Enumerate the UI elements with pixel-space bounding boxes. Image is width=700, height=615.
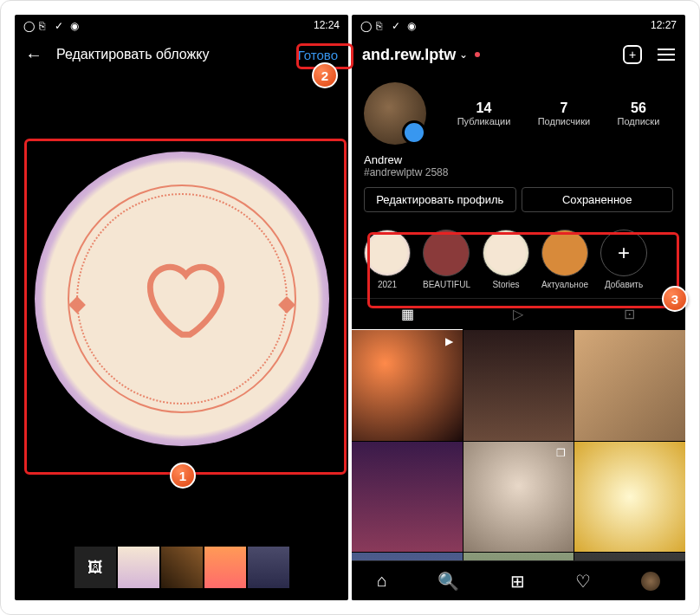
post-6[interactable] — [574, 442, 685, 553]
heart-icon — [130, 251, 234, 346]
gallery-picker-icon[interactable]: 🖼 — [75, 547, 116, 588]
post-4[interactable] — [352, 442, 463, 553]
nav-home-icon[interactable]: ⌂ — [377, 571, 387, 591]
reel-icon: ▶ — [445, 335, 457, 347]
nav-search-icon[interactable]: 🔍 — [438, 571, 459, 592]
thumb-4[interactable] — [248, 547, 289, 588]
profile-tabs: ▦ ▷ ⊡ — [352, 298, 685, 330]
status-icons-left: ◯⎘✓◉ — [23, 20, 81, 30]
status-time: 12:27 — [651, 19, 677, 31]
highlight-stories[interactable]: Stories — [483, 230, 529, 289]
chevron-down-icon[interactable]: ⌄ — [459, 49, 468, 61]
annotation-badge-1: 1 — [170, 463, 196, 489]
post-3[interactable] — [574, 330, 685, 441]
profile-info: 14 Публикации 7 Подписчики 56 Подписки — [352, 74, 685, 153]
tab-reels[interactable]: ▷ — [463, 299, 574, 330]
phone-right-profile: ◯⎘✓◉ 12:27 and.rew.lptw ⌄ + 14 Публикаци… — [352, 15, 685, 600]
post-2[interactable] — [463, 330, 574, 441]
header-title: Редактировать обложку — [56, 47, 209, 62]
thumb-3[interactable] — [204, 547, 246, 588]
annotation-badge-2: 2 — [312, 62, 338, 88]
nav-profile-icon[interactable] — [641, 572, 660, 591]
bio: Andrew #andrewlptw 2588 — [352, 153, 685, 178]
highlight-beautiful[interactable]: BEAUTIFUL — [423, 230, 470, 289]
tab-grid[interactable]: ▦ — [352, 299, 463, 330]
highlights-row: 2021 BEAUTIFUL Stories Актуальное +Добав… — [352, 221, 685, 298]
annotation-badge-3: 3 — [662, 286, 688, 312]
post-5[interactable]: ❐ — [463, 442, 574, 553]
nav-activity-icon[interactable]: ♡ — [575, 571, 591, 592]
create-button[interactable]: + — [623, 45, 642, 64]
edit-cover-header: ← Редактировать обложку Готово — [15, 36, 348, 74]
thumb-1[interactable] — [118, 547, 159, 588]
avatar[interactable] — [364, 82, 426, 145]
back-icon[interactable]: ← — [25, 45, 42, 65]
status-icons-left: ◯⎘✓◉ — [360, 20, 418, 30]
gallery-thumbnails: 🖼 — [75, 547, 289, 588]
username[interactable]: and.rew.lptw — [362, 46, 456, 64]
thumb-2[interactable] — [161, 547, 203, 588]
bottom-nav: ⌂ 🔍 ⊞ ♡ — [352, 560, 685, 600]
stat-followers[interactable]: 7 Подписчики — [538, 100, 591, 126]
stat-following[interactable]: 56 Подписки — [618, 100, 660, 126]
done-button[interactable]: Готово — [298, 48, 338, 62]
stat-posts[interactable]: 14 Публикации — [457, 100, 511, 126]
status-time: 12:24 — [314, 19, 340, 31]
status-bar: ◯⎘✓◉ 12:27 — [352, 15, 685, 36]
highlight-add[interactable]: +Добавить — [600, 230, 647, 289]
multi-icon: ❐ — [556, 447, 568, 459]
highlight-2021[interactable]: 2021 — [364, 230, 411, 289]
bio-sub: #andrewlptw 2588 — [364, 166, 673, 178]
highlight-aktualnoe[interactable]: Актуальное — [541, 230, 588, 289]
notification-dot — [475, 52, 480, 57]
edit-profile-button[interactable]: Редактировать профиль — [364, 187, 516, 212]
bio-name: Andrew — [364, 153, 673, 166]
cover-preview[interactable] — [15, 91, 348, 507]
phone-left-edit-cover: ◯⎘✓◉ 12:24 ← Редактировать обложку Готов… — [15, 15, 348, 600]
post-1[interactable]: ▶ — [352, 330, 463, 441]
stats: 14 Публикации 7 Подписчики 56 Подписки — [444, 100, 673, 126]
cover-badge-image — [35, 152, 329, 446]
username-row: and.rew.lptw ⌄ + — [352, 36, 685, 74]
saved-button[interactable]: Сохраненное — [522, 187, 674, 212]
status-bar: ◯⎘✓◉ 12:24 — [15, 15, 348, 36]
menu-icon[interactable] — [658, 45, 675, 64]
nav-create-icon[interactable]: ⊞ — [510, 571, 525, 592]
